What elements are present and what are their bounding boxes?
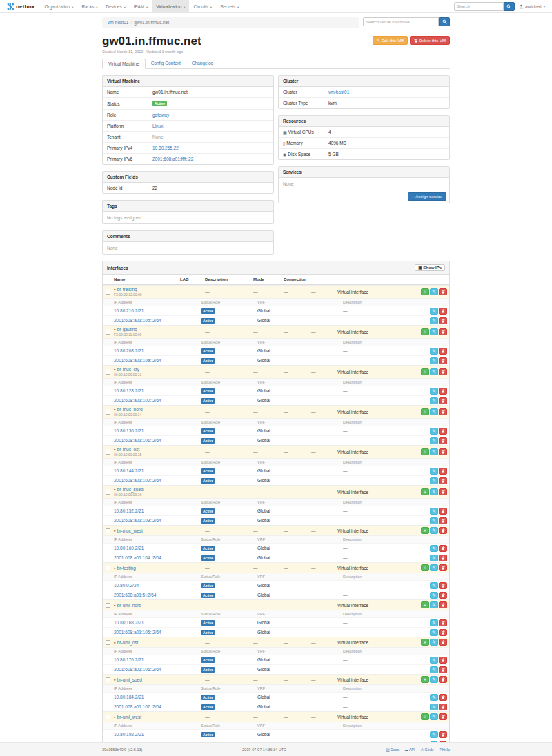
nav-item-racks[interactable]: Racks ▾ xyxy=(77,0,101,13)
vm-search-button[interactable] xyxy=(439,17,450,26)
delete-button[interactable] xyxy=(439,676,447,683)
add-ip-button[interactable]: + xyxy=(421,601,429,608)
delete-button[interactable] xyxy=(439,657,447,664)
ip-address-link[interactable]: 2001:608:a01:104::2/64 xyxy=(114,555,201,560)
add-ip-button[interactable]: + xyxy=(421,639,429,646)
ip-address-link[interactable]: 2001:608:a01:5::2/64 xyxy=(114,593,201,597)
interface-link[interactable]: br-uml_west xyxy=(117,715,141,719)
ip-address-link[interactable]: 10.80.152.2/21 xyxy=(114,508,201,513)
add-ip-button[interactable]: + xyxy=(421,676,429,683)
edit-button[interactable]: ✎ xyxy=(430,488,438,495)
nav-item-organization[interactable]: Organization ▾ xyxy=(40,0,77,13)
add-ip-button[interactable]: + xyxy=(421,448,429,455)
interface-checkbox[interactable] xyxy=(106,640,110,645)
delete-button[interactable] xyxy=(439,704,447,710)
delete-button[interactable] xyxy=(439,437,447,444)
ip-address-link[interactable]: 10.80.144.2/21 xyxy=(114,468,201,473)
edit-button[interactable]: ✎ xyxy=(430,388,438,395)
edit-button[interactable]: ✎ xyxy=(430,527,438,534)
edit-button[interactable]: ✎ xyxy=(430,564,438,571)
delete-button[interactable] xyxy=(439,428,447,435)
delete-button[interactable] xyxy=(439,629,447,636)
interface-checkbox[interactable] xyxy=(106,450,110,455)
add-ip-button[interactable]: + xyxy=(421,713,429,720)
footer-link-docs[interactable]: ▤Docs xyxy=(386,748,400,752)
delete-button[interactable] xyxy=(439,527,447,534)
delete-button[interactable] xyxy=(439,592,447,599)
delete-button[interactable] xyxy=(439,468,447,475)
show-ips-button[interactable]: ▣Show IPs xyxy=(415,264,445,271)
delete-button[interactable] xyxy=(439,348,447,355)
delete-button[interactable] xyxy=(439,639,447,646)
edit-button[interactable]: ✎ xyxy=(430,555,438,561)
delete-button[interactable] xyxy=(439,317,447,324)
interface-checkbox[interactable] xyxy=(106,566,110,570)
edit-button[interactable]: ✎ xyxy=(430,348,438,355)
delete-button[interactable] xyxy=(439,666,447,673)
delete-button[interactable] xyxy=(439,288,447,295)
ip-address-link[interactable]: 2001:608:a01:10b::2/64 xyxy=(114,318,201,323)
delete-button[interactable] xyxy=(439,368,447,375)
user-menu[interactable]: awickert ▾ xyxy=(519,4,545,9)
interface-checkbox[interactable] xyxy=(106,370,110,375)
ip-address-link[interactable]: 10.80.160.2/21 xyxy=(114,546,201,550)
interface-checkbox[interactable] xyxy=(106,715,110,719)
row-value-link[interactable]: Linux xyxy=(152,123,269,128)
nav-item-circuits[interactable]: Circuits ▾ xyxy=(189,0,216,13)
delete-button[interactable] xyxy=(439,508,447,515)
footer-link-help[interactable]: ?Help xyxy=(440,748,450,752)
tab-virtual-machine[interactable]: Virtual Machine xyxy=(102,59,146,69)
edit-button[interactable]: ✎ xyxy=(430,428,438,435)
add-ip-button[interactable]: + xyxy=(421,288,429,295)
interface-link[interactable]: br-testing xyxy=(117,566,136,570)
nav-item-virtualization[interactable]: Virtualization ▾ xyxy=(152,0,189,13)
edit-button[interactable]: ✎ xyxy=(430,731,438,738)
ip-address-link[interactable]: 10.80.0.2/24 xyxy=(114,583,201,588)
ip-address-link[interactable]: 2001:608:a01:101::2/64 xyxy=(114,438,201,443)
add-ip-button[interactable]: + xyxy=(421,488,429,495)
ip-address-link[interactable]: 10.80.184.2/21 xyxy=(114,695,201,699)
delete-button[interactable] xyxy=(439,388,447,395)
nav-item-devices[interactable]: Devices ▾ xyxy=(102,0,130,13)
delete-button[interactable] xyxy=(439,619,447,626)
delete-button[interactable] xyxy=(439,448,447,455)
delete-button[interactable] xyxy=(439,488,447,495)
delete-button[interactable] xyxy=(439,713,447,720)
delete-button[interactable] xyxy=(439,555,447,561)
ip-address-link[interactable]: 2001:608:a01:100::2/64 xyxy=(114,398,201,403)
edit-button[interactable]: ✎ xyxy=(430,408,438,415)
delete-button[interactable] xyxy=(439,601,447,608)
interface-link[interactable]: br-uml_ost xyxy=(117,640,139,645)
interface-link[interactable]: br-uml_nord xyxy=(117,603,141,608)
nav-item-secrets[interactable]: Secrets ▾ xyxy=(216,0,243,13)
edit-button[interactable]: ✎ xyxy=(430,448,438,455)
row-value-link[interactable]: vm-host01 xyxy=(328,90,445,94)
ip-address-link[interactable]: 10.80.176.2/21 xyxy=(114,657,201,662)
interface-checkbox[interactable] xyxy=(106,290,110,295)
ip-address-link[interactable]: 2001:608:a01:10a::2/64 xyxy=(114,358,201,363)
nav-item-ipam[interactable]: IPAM ▾ xyxy=(130,0,152,13)
edit-button[interactable]: ✎ xyxy=(430,601,438,608)
netbox-logo[interactable]: netbox xyxy=(7,3,34,10)
edit-button[interactable]: ✎ xyxy=(430,639,438,646)
interface-checkbox[interactable] xyxy=(106,677,110,682)
edit-button[interactable]: ✎ xyxy=(430,508,438,515)
global-search-input[interactable] xyxy=(454,2,504,11)
edit-button[interactable]: ✎ xyxy=(430,619,438,626)
interface-link[interactable]: br-gauting xyxy=(117,327,137,332)
edit-button[interactable]: ✎ xyxy=(430,308,438,315)
tab-config-context[interactable]: Config Context xyxy=(146,59,186,68)
ip-address-link[interactable]: 10.80.168.2/21 xyxy=(114,620,201,625)
interface-checkbox[interactable] xyxy=(106,330,110,335)
delete-button[interactable] xyxy=(439,517,447,524)
select-all-checkbox[interactable] xyxy=(106,277,110,281)
add-ip-button[interactable]: + xyxy=(421,368,429,375)
global-search-button[interactable] xyxy=(504,2,515,11)
edit-button[interactable]: ✎ xyxy=(430,676,438,683)
delete-button[interactable] xyxy=(439,477,447,484)
delete-button[interactable] xyxy=(439,545,447,552)
interface-link[interactable]: br-muc_west xyxy=(117,528,143,533)
tab-changelog[interactable]: Changelog xyxy=(186,59,219,68)
interface-checkbox[interactable] xyxy=(106,490,110,495)
interface-link[interactable]: br-muc_cty xyxy=(117,367,139,372)
